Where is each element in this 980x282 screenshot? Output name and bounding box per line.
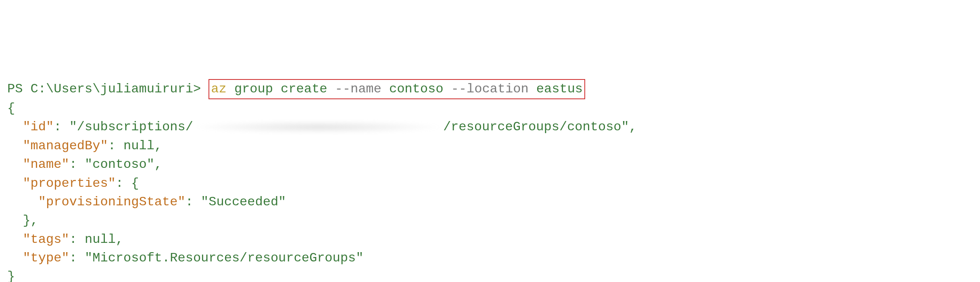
json-close-brace: } — [7, 269, 15, 282]
cmd-create: create — [281, 81, 327, 96]
key-managedby: "managedBy" — [23, 138, 108, 153]
key-tags: "tags" — [23, 232, 69, 247]
props-open-brace: { — [131, 176, 139, 191]
val-name: "contoso" — [85, 157, 154, 172]
val-id-suffix: /resourceGroups/contoso" — [443, 119, 629, 134]
val-tags: null — [85, 232, 116, 247]
val-type: "Microsoft.Resources/resourceGroups" — [85, 251, 363, 265]
key-properties: "properties" — [23, 176, 115, 191]
flag-location: --location — [451, 81, 529, 96]
flag-name: --name — [335, 81, 382, 96]
props-close-brace: } — [23, 213, 30, 228]
terminal-output: PS C:\Users\juliamuiruri> az group creat… — [7, 79, 973, 282]
key-name: "name" — [23, 157, 69, 172]
ps-prompt: PS C:\Users\juliamuiruri> — [7, 81, 209, 96]
key-provisioningstate: "provisioningState" — [38, 194, 186, 209]
cmd-az: az — [211, 81, 226, 96]
command-highlight: az group create --name contoso --locatio… — [209, 79, 585, 99]
val-name: contoso — [389, 81, 443, 96]
key-type: "type" — [23, 251, 69, 265]
val-provisioningstate: "Succeeded" — [201, 194, 286, 209]
cmd-group: group — [234, 81, 273, 96]
redacted-subscription-id — [193, 121, 443, 134]
val-id-prefix: "/subscriptions/ — [69, 119, 193, 134]
json-open-brace: { — [7, 101, 15, 116]
val-managedby: null — [123, 138, 154, 153]
val-location: eastus — [536, 81, 583, 96]
key-id: "id" — [23, 119, 54, 134]
